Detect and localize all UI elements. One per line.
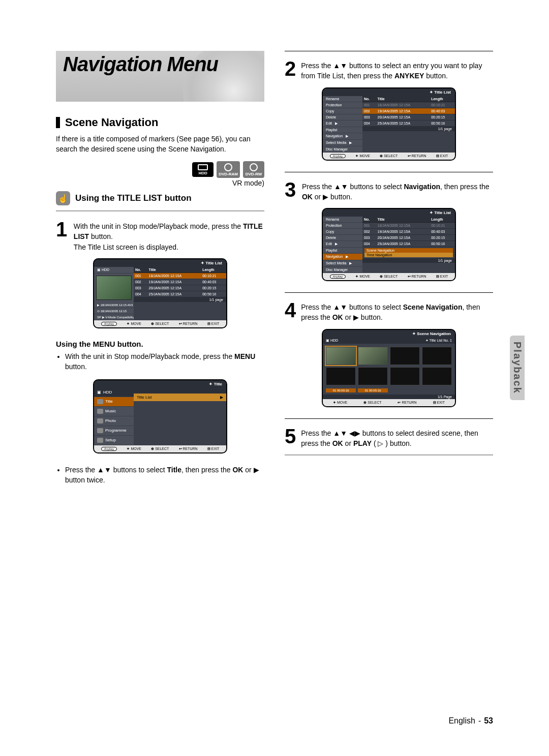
rule xyxy=(285,418,493,419)
osd-footer: Anykey ✦ MOVE ⊕ SELECT ↩ RETURN ⊟ EXIT xyxy=(94,320,226,327)
media-badge-hdd: HDD xyxy=(192,162,214,177)
using-menu-heading: Using the MENU button. xyxy=(56,340,264,348)
heading-bar-icon xyxy=(56,117,60,128)
footer-language: English xyxy=(448,716,475,725)
page-footer: English - 53 xyxy=(448,716,493,725)
setup-icon xyxy=(97,438,103,443)
scene-cell xyxy=(390,367,420,385)
using-menu-list: With the unit in Stop mode/Playback mode… xyxy=(56,351,264,372)
rule xyxy=(285,172,493,172)
using-menu-bullet: With the unit in Stop mode/Playback mode… xyxy=(65,351,264,372)
title-icon xyxy=(97,399,103,404)
step-text: With the unit in Stop mode/Playback mode… xyxy=(74,221,264,252)
step-number: 1 xyxy=(56,221,69,252)
media-badge-dvdrw: DVD-RW xyxy=(243,161,264,178)
osd-navigation-submenu: ✦ Title List Rename Protection Copy Dele… xyxy=(322,208,456,281)
media-badge-dvdram: DVD-RAM xyxy=(217,161,240,178)
step-number: 4 xyxy=(285,302,296,323)
side-tab-playback: Playback xyxy=(510,336,525,400)
step-3: 3 Press the ▲▼ buttons to select Navigat… xyxy=(285,182,493,202)
step-4: 4 Press the ▲▼ buttons to select Scene N… xyxy=(285,302,493,323)
section-title: Scene Navigation xyxy=(65,116,158,129)
using-title-list-text: Using the TITLE LIST button xyxy=(75,193,192,203)
step-number: 2 xyxy=(285,61,296,81)
photo-icon xyxy=(97,418,103,424)
step-1: 1 With the unit in Stop mode/Playback mo… xyxy=(56,221,264,252)
title-list-table: No.TitleLength 00118/JAN/2005 12:15A00:1… xyxy=(134,267,226,297)
media-badges: HDD DVD-RAM DVD-RW xyxy=(56,161,264,178)
music-icon xyxy=(97,409,103,414)
scene-cell xyxy=(390,347,420,365)
after-menu-bullet: Press the ▲▼ buttons to select Title, th… xyxy=(65,465,264,486)
osd-title-list: ✦ Title List ▣ HDD ▶ 18/JAN/2005 12:15 A… xyxy=(93,258,227,328)
step-text: Press the ▲▼ buttons to select Navigatio… xyxy=(302,182,493,202)
scene-cell xyxy=(422,347,452,365)
hdd-icon xyxy=(198,164,208,170)
using-title-list-heading: ☝ Using the TITLE LIST button xyxy=(56,191,264,205)
rule xyxy=(285,51,493,51)
footer-page-number: 53 xyxy=(484,716,493,725)
step-text: Press the ▲▼ ◀▶ buttons to select desire… xyxy=(301,428,493,449)
scene-cell xyxy=(326,347,356,365)
disc-icon xyxy=(224,163,232,171)
osd-title-menu: ✦ Title ▣ HDD Title Music Photo Programm… xyxy=(93,379,227,453)
chapter-banner: Navigation Menu xyxy=(56,51,264,102)
hand-icon: ☝ xyxy=(56,191,70,205)
step-2: 2 Press the ▲▼ buttons to select an entr… xyxy=(285,61,493,81)
vr-mode-label: VR mode) xyxy=(56,179,264,187)
divider xyxy=(285,455,493,456)
chapter-title: Navigation Menu xyxy=(63,53,218,76)
disc-icon xyxy=(250,163,258,171)
osd-anykey-menu: ✦ Title List Rename Protection Copy Dele… xyxy=(322,87,456,161)
video-thumbnail xyxy=(96,276,132,300)
scene-cell xyxy=(422,367,452,385)
step-text: Press the ▲▼ buttons to select Scene Nav… xyxy=(301,302,493,323)
section-heading: Scene Navigation xyxy=(56,116,264,129)
scene-cell xyxy=(358,367,388,385)
osd-scene-navigation: ✦ Scene Navigation ▣ HDD✦ Title List No.… xyxy=(322,329,456,407)
programme-icon xyxy=(97,428,103,433)
step-number: 3 xyxy=(285,182,297,202)
step-text: Press the ▲▼ buttons to select an entry … xyxy=(301,61,493,81)
step-5: 5 Press the ▲▼ ◀▶ buttons to select desi… xyxy=(285,428,493,449)
divider xyxy=(56,210,264,212)
scene-cell xyxy=(358,347,388,365)
section-description: If there is a title composed of markers … xyxy=(56,134,264,154)
scene-cell xyxy=(326,367,356,385)
rule xyxy=(285,292,493,293)
after-menu-list: Press the ▲▼ buttons to select Title, th… xyxy=(56,465,264,486)
step-number: 5 xyxy=(285,428,296,449)
footer-sep: - xyxy=(478,716,481,725)
